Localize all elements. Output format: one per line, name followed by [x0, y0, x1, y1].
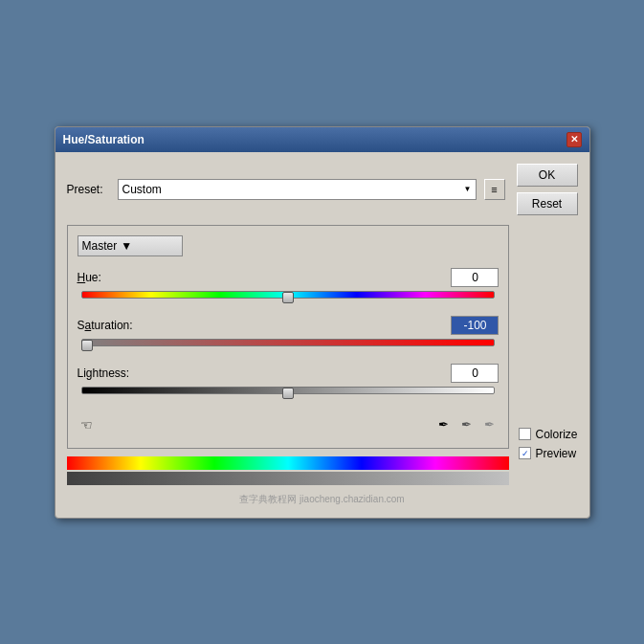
spectrum-bar: [67, 456, 510, 470]
close-button[interactable]: ✕: [566, 132, 582, 147]
left-panel: Master ▼ Hue: 0: [67, 225, 510, 489]
saturation-label: Saturation:: [78, 319, 133, 332]
channel-dropdown[interactable]: Master ▼: [78, 235, 183, 256]
spectrum-bars: [67, 456, 510, 485]
saturation-label-row: Saturation: -100: [78, 316, 500, 335]
reset-button[interactable]: Reset: [517, 192, 578, 215]
gray-bar: [67, 472, 510, 485]
hue-label-row: Hue: 0: [78, 268, 500, 287]
saturation-track: [81, 339, 496, 346]
lightness-thumb[interactable]: [282, 388, 294, 399]
lightness-value[interactable]: 0: [451, 364, 499, 383]
colorize-row: Colorize: [519, 428, 577, 441]
right-options: Colorize Preview: [519, 225, 577, 489]
hue-track-container: [81, 291, 496, 306]
hue-thumb[interactable]: [282, 292, 294, 303]
eyedropper-group: ✒ ✒ ✒: [433, 415, 499, 434]
hue-value[interactable]: 0: [451, 268, 499, 287]
saturation-slider-row: Saturation: -100: [78, 316, 500, 354]
channel-row: Master ▼: [78, 235, 500, 256]
watermark: 查字典教程网 jiaocheng.chazidian.com: [67, 493, 578, 506]
colorize-checkbox[interactable]: [519, 428, 531, 440]
lightness-track-container: [81, 387, 496, 402]
preview-checkbox[interactable]: [519, 447, 531, 459]
hue-label: Hue:: [78, 271, 101, 284]
main-content: Master ▼ Hue: 0: [67, 225, 578, 489]
preset-menu-button[interactable]: ≡: [484, 179, 505, 200]
preset-row: Preset: Custom ▼ ≡ OK Reset: [67, 164, 578, 215]
ok-button[interactable]: OK: [517, 164, 578, 187]
saturation-thumb[interactable]: [81, 340, 93, 351]
title-bar-buttons: ✕: [566, 132, 582, 147]
hue-saturation-dialog: Hue/Saturation ✕ Preset: Custom ▼ ≡ OK: [55, 126, 590, 519]
close-icon: ✕: [570, 134, 578, 144]
bottom-tools-row: ☜ ✒ ✒ ✒: [78, 411, 500, 438]
dropdown-arrow-icon: ▼: [464, 185, 472, 193]
preview-row: Preview: [519, 447, 577, 460]
eyedropper2-icon: ✒: [461, 417, 472, 432]
eyedropper3-icon: ✒: [484, 417, 495, 432]
channel-arrow-icon: ▼: [121, 239, 132, 253]
colorize-label: Colorize: [535, 428, 577, 441]
title-bar: Hue/Saturation ✕: [56, 127, 589, 152]
saturation-track-container: [81, 339, 496, 354]
lightness-slider-row: Lightness: 0: [78, 364, 500, 402]
eyedropper3-button[interactable]: ✒: [479, 415, 499, 434]
preview-label: Preview: [535, 447, 576, 460]
preset-dropdown[interactable]: Custom ▼: [118, 179, 477, 200]
eyedropper1-icon: ✒: [438, 417, 449, 432]
hand-icon: ☜: [80, 417, 93, 433]
preset-menu-icon: ≡: [491, 184, 497, 195]
eyedropper1-button[interactable]: ✒: [433, 415, 453, 434]
dialog-body: Preset: Custom ▼ ≡ OK Reset: [56, 152, 589, 518]
channel-value: Master: [82, 239, 118, 253]
inner-panel: Master ▼ Hue: 0: [67, 225, 510, 449]
hue-slider-row: Hue: 0: [78, 268, 500, 306]
preset-value: Custom: [122, 183, 162, 196]
lightness-label: Lightness:: [78, 366, 130, 380]
hand-tool[interactable]: ☜: [78, 415, 97, 434]
preset-label: Preset:: [67, 183, 110, 196]
saturation-value[interactable]: -100: [451, 316, 499, 335]
eyedropper2-button[interactable]: ✒: [456, 415, 476, 434]
dialog-title: Hue/Saturation: [63, 133, 144, 146]
lightness-label-row: Lightness: 0: [78, 364, 500, 383]
